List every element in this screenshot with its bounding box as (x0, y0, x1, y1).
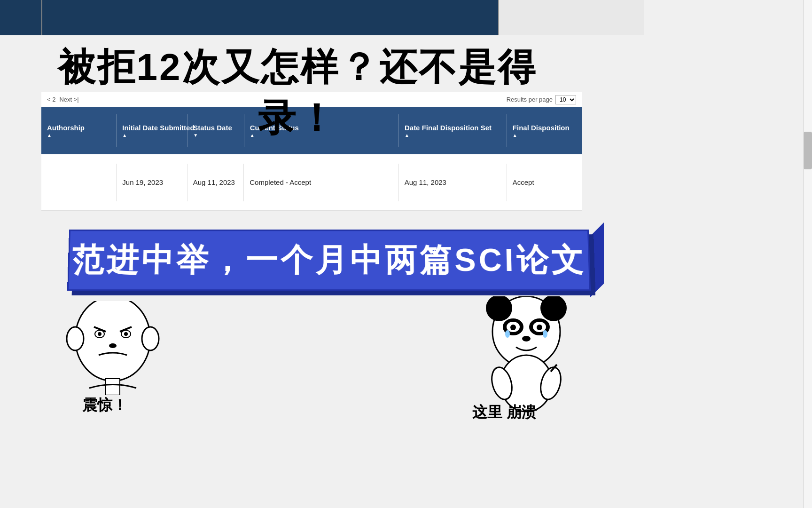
svg-point-9 (142, 327, 159, 350)
svg-point-5 (98, 332, 102, 336)
svg-rect-10 (106, 379, 120, 395)
svg-point-21 (543, 330, 547, 338)
svg-point-18 (510, 325, 516, 330)
top-bar-right (498, 0, 644, 35)
td-status-date: Aug 11, 2023 (187, 175, 244, 190)
svg-point-8 (67, 327, 84, 350)
scrollbar[interactable] (804, 0, 812, 508)
svg-point-19 (537, 325, 542, 330)
svg-point-7 (109, 343, 117, 348)
svg-point-6 (124, 332, 128, 336)
left-meme-label: 震惊！ (82, 395, 127, 416)
scrollbar-thumb[interactable] (804, 132, 812, 169)
right-meme-label: 这里 崩溃 (472, 402, 537, 423)
banner-text: 范进中举，一个月中两篇SCI论文 (71, 239, 586, 282)
td-final-disposition: Accept (507, 175, 582, 190)
chinese-title: 被拒12次又怎样？还不是得录！ (41, 42, 554, 144)
table-row: Jun 19, 2023 Aug 11, 2023 Completed - Ac… (41, 154, 582, 211)
td-initial-date: Jun 19, 2023 (117, 175, 187, 190)
left-figure (61, 301, 164, 395)
blue-banner: 范进中举，一个月中两篇SCI论文 (67, 230, 591, 291)
cursor-line (41, 0, 42, 35)
td-authorship (41, 179, 116, 186)
svg-point-22 (522, 336, 531, 341)
td-current-status: Completed - Accept (244, 175, 398, 190)
right-figure (479, 296, 573, 400)
svg-point-20 (505, 330, 510, 338)
banner-side-3d (590, 222, 604, 298)
svg-point-0 (75, 301, 150, 381)
top-bar (0, 0, 498, 35)
results-per-page-select[interactable]: 10 20 50 (555, 95, 576, 104)
td-date-final-disposition: Aug 11, 2023 (399, 175, 507, 190)
